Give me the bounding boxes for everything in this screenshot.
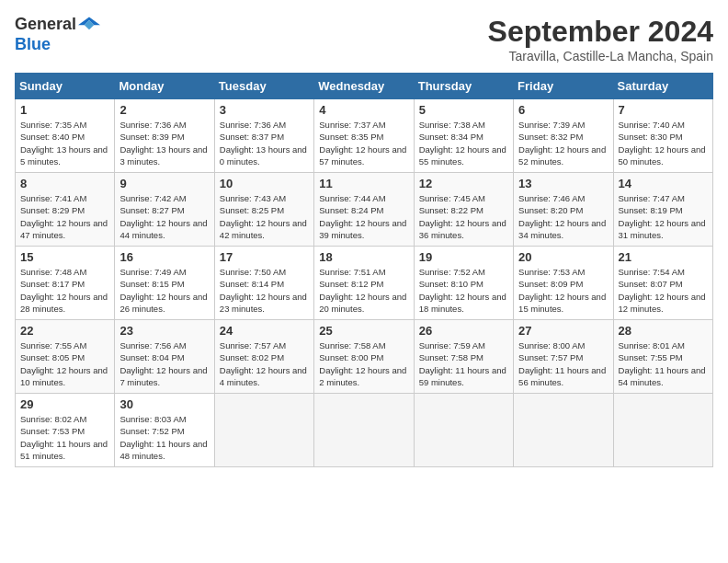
col-header-friday: Friday xyxy=(514,74,613,99)
calendar-week-4: 22Sunrise: 7:55 AMSunset: 8:05 PMDayligh… xyxy=(16,320,713,394)
day-info: Sunrise: 7:49 AMSunset: 8:15 PMDaylight:… xyxy=(119,266,209,315)
day-info: Sunrise: 7:41 AMSunset: 8:29 PMDaylight:… xyxy=(20,192,109,241)
day-number: 7 xyxy=(619,103,708,117)
day-info: Sunrise: 7:42 AMSunset: 8:27 PMDaylight:… xyxy=(119,192,209,241)
day-number: 19 xyxy=(419,250,508,264)
day-number: 24 xyxy=(220,324,309,338)
calendar-cell: 29Sunrise: 8:02 AMSunset: 7:53 PMDayligh… xyxy=(16,394,115,467)
calendar-cell: 1Sunrise: 7:35 AMSunset: 8:40 PMDaylight… xyxy=(16,99,115,173)
calendar-cell xyxy=(314,394,414,467)
column-headers: SundayMondayTuesdayWednesdayThursdayFrid… xyxy=(16,74,713,99)
day-number: 1 xyxy=(20,103,109,117)
calendar-table: SundayMondayTuesdayWednesdayThursdayFrid… xyxy=(15,73,713,467)
day-info: Sunrise: 7:59 AMSunset: 7:58 PMDaylight:… xyxy=(419,339,508,388)
day-info: Sunrise: 7:38 AMSunset: 8:34 PMDaylight:… xyxy=(419,119,508,167)
day-info: Sunrise: 8:00 AMSunset: 7:57 PMDaylight:… xyxy=(518,339,608,388)
day-number: 2 xyxy=(119,103,209,117)
calendar-cell: 28Sunrise: 8:01 AMSunset: 7:55 PMDayligh… xyxy=(613,320,712,394)
calendar-cell: 6Sunrise: 7:39 AMSunset: 8:32 PMDaylight… xyxy=(514,99,613,173)
day-number: 8 xyxy=(20,177,109,190)
title-area: September 2024 Taravilla, Castille-La Ma… xyxy=(488,15,713,63)
calendar-cell: 22Sunrise: 7:55 AMSunset: 8:05 PMDayligh… xyxy=(16,320,115,394)
col-header-saturday: Saturday xyxy=(613,74,712,99)
day-number: 13 xyxy=(518,177,608,190)
day-info: Sunrise: 7:46 AMSunset: 8:20 PMDaylight:… xyxy=(518,192,608,241)
calendar-cell: 13Sunrise: 7:46 AMSunset: 8:20 PMDayligh… xyxy=(514,173,613,247)
day-info: Sunrise: 7:50 AMSunset: 8:14 PMDaylight:… xyxy=(220,266,309,315)
day-number: 18 xyxy=(319,250,408,264)
day-number: 28 xyxy=(619,324,708,338)
day-info: Sunrise: 7:51 AMSunset: 8:12 PMDaylight:… xyxy=(319,266,408,315)
day-number: 3 xyxy=(220,103,309,117)
calendar-cell: 30Sunrise: 8:03 AMSunset: 7:52 PMDayligh… xyxy=(115,394,214,467)
logo-general: General xyxy=(15,15,76,33)
day-number: 30 xyxy=(119,397,209,411)
calendar-cell: 3Sunrise: 7:36 AMSunset: 8:37 PMDaylight… xyxy=(214,99,313,173)
calendar-week-2: 8Sunrise: 7:41 AMSunset: 8:29 PMDaylight… xyxy=(16,173,713,247)
calendar-cell: 19Sunrise: 7:52 AMSunset: 8:10 PMDayligh… xyxy=(414,247,513,320)
calendar-cell: 16Sunrise: 7:49 AMSunset: 8:15 PMDayligh… xyxy=(115,247,214,320)
day-info: Sunrise: 7:43 AMSunset: 8:25 PMDaylight:… xyxy=(220,192,309,241)
calendar-cell: 15Sunrise: 7:48 AMSunset: 8:17 PMDayligh… xyxy=(16,247,115,320)
day-number: 12 xyxy=(419,177,508,190)
day-number: 11 xyxy=(319,177,408,190)
calendar-cell: 21Sunrise: 7:54 AMSunset: 8:07 PMDayligh… xyxy=(613,247,712,320)
calendar-cell: 25Sunrise: 7:58 AMSunset: 8:00 PMDayligh… xyxy=(314,320,414,394)
day-number: 27 xyxy=(518,324,608,338)
day-number: 23 xyxy=(119,324,209,338)
calendar-cell xyxy=(514,394,613,467)
location-title: Taravilla, Castille-La Mancha, Spain xyxy=(488,49,713,63)
calendar-cell: 17Sunrise: 7:50 AMSunset: 8:14 PMDayligh… xyxy=(214,247,313,320)
calendar-cell xyxy=(214,394,313,467)
calendar-cell xyxy=(414,394,513,467)
calendar-cell: 8Sunrise: 7:41 AMSunset: 8:29 PMDaylight… xyxy=(16,173,115,247)
calendar-cell: 24Sunrise: 7:57 AMSunset: 8:02 PMDayligh… xyxy=(214,320,313,394)
day-info: Sunrise: 7:56 AMSunset: 8:04 PMDaylight:… xyxy=(119,339,209,388)
calendar-cell xyxy=(613,394,712,467)
day-info: Sunrise: 7:54 AMSunset: 8:07 PMDaylight:… xyxy=(619,266,708,315)
day-info: Sunrise: 7:55 AMSunset: 8:05 PMDaylight:… xyxy=(20,339,109,388)
calendar-body: 1Sunrise: 7:35 AMSunset: 8:40 PMDaylight… xyxy=(16,99,713,467)
day-number: 22 xyxy=(20,324,109,338)
day-number: 6 xyxy=(518,103,608,117)
day-number: 10 xyxy=(220,177,309,190)
calendar-cell: 7Sunrise: 7:40 AMSunset: 8:30 PMDaylight… xyxy=(613,99,712,173)
col-header-wednesday: Wednesday xyxy=(314,74,414,99)
calendar-cell: 9Sunrise: 7:42 AMSunset: 8:27 PMDaylight… xyxy=(115,173,214,247)
calendar-cell: 23Sunrise: 7:56 AMSunset: 8:04 PMDayligh… xyxy=(115,320,214,394)
calendar-week-1: 1Sunrise: 7:35 AMSunset: 8:40 PMDaylight… xyxy=(16,99,713,173)
day-number: 14 xyxy=(619,177,708,190)
day-info: Sunrise: 8:03 AMSunset: 7:52 PMDaylight:… xyxy=(119,413,209,462)
month-title: September 2024 xyxy=(488,15,713,49)
calendar-cell: 26Sunrise: 7:59 AMSunset: 7:58 PMDayligh… xyxy=(414,320,513,394)
calendar-cell: 2Sunrise: 7:36 AMSunset: 8:39 PMDaylight… xyxy=(115,99,214,173)
logo: General Blue xyxy=(15,15,100,54)
calendar-week-3: 15Sunrise: 7:48 AMSunset: 8:17 PMDayligh… xyxy=(16,247,713,320)
day-number: 4 xyxy=(319,103,408,117)
day-number: 16 xyxy=(119,250,209,264)
logo-bird-icon xyxy=(78,17,100,35)
calendar-cell: 10Sunrise: 7:43 AMSunset: 8:25 PMDayligh… xyxy=(214,173,313,247)
day-number: 9 xyxy=(119,177,209,190)
calendar-cell: 5Sunrise: 7:38 AMSunset: 8:34 PMDaylight… xyxy=(414,99,513,173)
day-info: Sunrise: 7:47 AMSunset: 8:19 PMDaylight:… xyxy=(619,192,708,241)
calendar-cell: 11Sunrise: 7:44 AMSunset: 8:24 PMDayligh… xyxy=(314,173,414,247)
day-info: Sunrise: 7:40 AMSunset: 8:30 PMDaylight:… xyxy=(619,119,708,167)
day-info: Sunrise: 7:36 AMSunset: 8:37 PMDaylight:… xyxy=(220,119,309,167)
day-number: 17 xyxy=(220,250,309,264)
day-number: 25 xyxy=(319,324,408,338)
calendar-week-5: 29Sunrise: 8:02 AMSunset: 7:53 PMDayligh… xyxy=(16,394,713,467)
calendar-cell: 20Sunrise: 7:53 AMSunset: 8:09 PMDayligh… xyxy=(514,247,613,320)
col-header-monday: Monday xyxy=(115,74,214,99)
day-info: Sunrise: 7:44 AMSunset: 8:24 PMDaylight:… xyxy=(319,192,408,241)
day-info: Sunrise: 7:45 AMSunset: 8:22 PMDaylight:… xyxy=(419,192,508,241)
day-info: Sunrise: 7:39 AMSunset: 8:32 PMDaylight:… xyxy=(518,119,608,167)
calendar-cell: 18Sunrise: 7:51 AMSunset: 8:12 PMDayligh… xyxy=(314,247,414,320)
day-info: Sunrise: 7:58 AMSunset: 8:00 PMDaylight:… xyxy=(319,339,408,388)
day-number: 21 xyxy=(619,250,708,264)
calendar-cell: 14Sunrise: 7:47 AMSunset: 8:19 PMDayligh… xyxy=(613,173,712,247)
day-info: Sunrise: 8:01 AMSunset: 7:55 PMDaylight:… xyxy=(619,339,708,388)
calendar-cell: 4Sunrise: 7:37 AMSunset: 8:35 PMDaylight… xyxy=(314,99,414,173)
day-number: 26 xyxy=(419,324,508,338)
day-info: Sunrise: 7:48 AMSunset: 8:17 PMDaylight:… xyxy=(20,266,109,315)
